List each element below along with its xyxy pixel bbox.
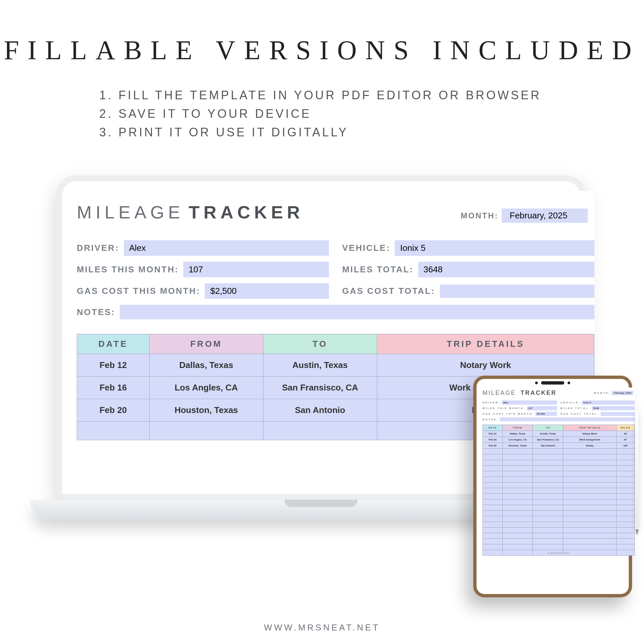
vehicle-input[interactable]: Ionix 5	[582, 400, 635, 405]
month-field: MONTH: February, 2025	[594, 391, 633, 395]
table-row[interactable]	[483, 522, 635, 528]
cell-details[interactable]: Work Assignment	[563, 437, 617, 443]
cell-date[interactable]: Feb 16	[77, 377, 150, 399]
cell-date[interactable]: Feb 20	[483, 443, 503, 449]
step-2: 2. SAVE IT TO YOUR DEVICE	[99, 105, 541, 123]
col-miles: MILES	[616, 425, 634, 431]
cell-date[interactable]: Feb 20	[77, 399, 150, 422]
table-row[interactable]	[483, 494, 635, 499]
cell-date[interactable]: Feb 16	[483, 437, 503, 443]
table-row[interactable]: Feb 20 Houston, Texas San Antonio Notary…	[483, 443, 635, 449]
tablet-mockup: MILEAGE TRACKER MONTH: February, 2025 DR…	[473, 376, 632, 597]
cell-to[interactable]: Austin, Texas	[533, 431, 563, 437]
vehicle-input[interactable]: Ionix 5	[395, 240, 594, 256]
month-input[interactable]: February, 2025	[612, 391, 633, 395]
miles-month-input[interactable]: 107	[183, 262, 329, 277]
cell-to[interactable]: San Antonio	[533, 443, 563, 449]
step-1: 1. FILL THE TEMPLATE IN YOUR PDF EDITOR …	[99, 86, 541, 105]
driver-input[interactable]: Alex	[124, 240, 329, 256]
table-row[interactable]	[483, 533, 635, 539]
miles-total-label: MILES TOTAL:	[560, 407, 590, 410]
cell-from[interactable]: Los Angles, CA	[149, 377, 263, 399]
gas-month-input[interactable]: $2,500	[205, 283, 329, 299]
table-row[interactable]	[483, 471, 635, 477]
miles-total-input[interactable]: 3648	[418, 262, 594, 277]
driver-label: DRIVER:	[483, 401, 500, 404]
cell-from[interactable]: Houston, Texas	[149, 399, 263, 422]
month-label: MONTH:	[461, 211, 498, 220]
table-row[interactable]	[483, 449, 635, 454]
gas-total-input[interactable]	[601, 412, 635, 416]
month-input[interactable]: February, 2025	[502, 208, 588, 223]
miles-month-label: MILES THIS MONTH:	[77, 264, 179, 275]
col-to: TO	[533, 425, 563, 431]
table-row[interactable]	[483, 511, 635, 516]
gas-total-input[interactable]	[440, 285, 594, 298]
table-row[interactable]	[483, 488, 635, 494]
table-row[interactable]	[483, 460, 635, 466]
table-row[interactable]	[483, 454, 635, 460]
notes-input[interactable]	[120, 305, 594, 319]
cell-to[interactable]: San Fransisco, CA	[533, 437, 563, 443]
miles-month-input[interactable]: 107	[527, 406, 557, 410]
cell-miles[interactable]: 60	[616, 431, 634, 437]
instruction-steps: 1. FILL THE TEMPLATE IN YOUR PDF EDITOR …	[99, 86, 541, 141]
step-3: 3. PRINT IT OR USE IT DIGITALLY	[99, 123, 541, 142]
table-row[interactable]	[483, 505, 635, 511]
tablet-footer: ♥ MRSNEAT.NET	[483, 552, 635, 554]
col-details: TRIP DETAILS	[563, 425, 617, 431]
gas-month-label: GAS COST THIS MONTH:	[483, 412, 534, 415]
col-from: FROM	[502, 425, 533, 431]
cell-miles[interactable]: 140	[616, 443, 634, 449]
table-row[interactable]	[483, 528, 635, 533]
miles-total-label: MILES TOTAL:	[342, 264, 414, 275]
table-row[interactable]	[483, 516, 635, 522]
vehicle-label: VEHICLE:	[560, 401, 580, 404]
table-row[interactable]: Feb 12 Dallas, Texas Austin, Texas Notar…	[77, 354, 594, 377]
site-watermark: WWW.MRSNEAT.NET	[0, 622, 644, 633]
notes-label: NOTES:	[77, 307, 115, 317]
col-date: DATE	[77, 334, 150, 354]
table-row[interactable]	[483, 539, 635, 544]
gas-total-label: GAS COST TOTAL:	[560, 412, 599, 415]
cell-details[interactable]: Notary Work	[377, 354, 594, 377]
cell-date[interactable]: Feb 12	[483, 431, 503, 437]
table-row[interactable]: Feb 16 Los Angles, CA San Fransisco, CA …	[483, 437, 635, 443]
mileage-table: DATE FROM TO TRIP DETAILS MILES Feb 12 D…	[483, 425, 635, 556]
driver-label: DRIVER:	[77, 243, 119, 253]
cell-to[interactable]: San Antonio	[263, 399, 377, 422]
miles-total-input[interactable]: 3648	[592, 406, 635, 410]
title-bold: TRACKER	[521, 390, 557, 396]
title-thin: MILEAGE	[77, 202, 184, 222]
table-row[interactable]	[483, 477, 635, 483]
cell-to[interactable]: Austin, Texas	[263, 354, 377, 377]
cell-details[interactable]: Notary Work	[563, 431, 617, 437]
cell-details[interactable]: Notary	[563, 443, 617, 449]
cell-to[interactable]: San Fransisco, CA	[263, 377, 377, 399]
cell-miles[interactable]: 67	[616, 437, 634, 443]
miles-month-label: MILES THIS MONTH:	[483, 407, 526, 410]
month-label: MONTH:	[594, 391, 610, 394]
cell-from[interactable]: Dallas, Texas	[149, 354, 263, 377]
gas-month-input[interactable]: $2,500	[535, 412, 557, 416]
table-row[interactable]	[483, 544, 635, 550]
col-to: TO	[263, 334, 377, 354]
table-row[interactable]	[483, 466, 635, 471]
table-row[interactable]	[483, 499, 635, 505]
cell-from[interactable]: Los Angles, CA	[502, 437, 533, 443]
cell-date[interactable]: Feb 12	[77, 354, 150, 377]
vehicle-label: VEHICLE:	[342, 243, 390, 253]
col-date: DATE	[483, 425, 503, 431]
tablet-screen: MILEAGE TRACKER MONTH: February, 2025 DR…	[483, 388, 635, 556]
col-details: TRIP DETAILS	[377, 334, 594, 354]
driver-input[interactable]: Alex	[502, 400, 557, 405]
notes-label: NOTES:	[483, 418, 498, 421]
notes-input[interactable]	[500, 417, 635, 421]
title-bold: TRACKER	[189, 202, 304, 222]
page-headline: FILLABLE VERSIONS INCLUDED	[0, 35, 644, 66]
table-row[interactable]	[483, 483, 635, 488]
cell-from[interactable]: Dallas, Texas	[502, 431, 533, 437]
table-row[interactable]: Feb 12 Dallas, Texas Austin, Texas Notar…	[483, 431, 635, 437]
cell-from[interactable]: Houston, Texas	[502, 443, 533, 449]
col-from: FROM	[149, 334, 263, 354]
